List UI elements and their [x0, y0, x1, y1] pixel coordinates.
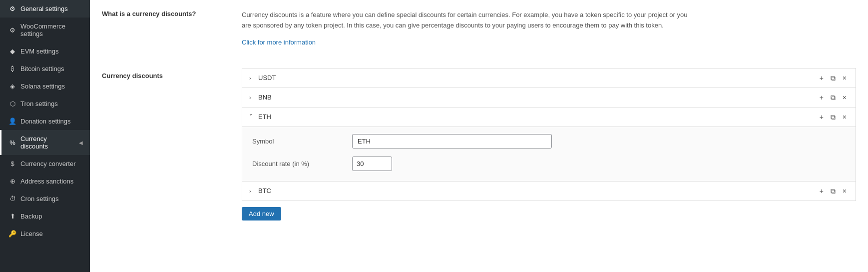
add-row-usdt-button[interactable]: + [818, 74, 826, 82]
chevron-down-icon-eth: ˅ [249, 113, 255, 120]
general-settings-icon: ⚙ [8, 5, 16, 12]
sidebar-item-currency-discounts[interactable]: %Currency discounts◀ [0, 130, 90, 155]
main-content: What is a currency discounts? Currency d… [90, 0, 868, 272]
sidebar-item-tron-settings[interactable]: ⬡Tron settings [0, 95, 90, 112]
address-sanctions-icon: ⊕ [8, 178, 16, 185]
sidebar-item-label-evm-settings: EVM settings [20, 48, 59, 55]
sidebar-item-general-settings[interactable]: ⚙General settings [0, 0, 90, 18]
chevron-right-icon-bnb: › [249, 94, 255, 100]
solana-settings-icon: ◈ [8, 82, 16, 90]
symbol-label: Symbol [252, 138, 352, 145]
sidebar-item-address-sanctions[interactable]: ⊕Address sanctions [0, 172, 90, 190]
chevron-right-icon-btc: › [249, 188, 255, 194]
sidebar-item-label-address-sanctions: Address sanctions [20, 178, 73, 185]
cron-settings-icon: ⏱ [8, 195, 16, 202]
remove-row-bnb-button[interactable]: × [841, 93, 849, 102]
add-row-bnb-button[interactable]: + [818, 93, 826, 102]
currency-discounts-icon: % [8, 139, 16, 146]
evm-settings-icon: ◆ [8, 48, 16, 55]
discount-rate-input[interactable] [352, 156, 392, 171]
copy-row-btc-button[interactable]: ⧉ [829, 186, 838, 196]
sidebar-item-label-cron-settings: Cron settings [20, 195, 59, 202]
sidebar-item-label-bitcoin-settings: Bitcoin settings [20, 65, 64, 72]
sidebar-collapse-icon-currency-discounts: ◀ [79, 140, 83, 146]
accordion-item-usdt: › USDT + ⧉ × [242, 68, 856, 88]
accordion-item-bnb: › BNB + ⧉ × [242, 88, 856, 108]
chevron-right-icon-usdt: › [249, 75, 255, 81]
copy-row-eth-button[interactable]: ⧉ [829, 112, 838, 122]
woocommerce-settings-icon: ⚙ [8, 26, 16, 34]
sidebar-item-woocommerce-settings[interactable]: ⚙WooCommerce settings [0, 18, 90, 42]
sidebar-item-label-currency-discounts: Currency discounts [20, 135, 75, 150]
bitcoin-settings-icon: ₿ [8, 65, 16, 72]
accordion-item-btc: › BTC + ⧉ × [242, 182, 856, 200]
accordion-header-eth[interactable]: ˅ ETH + ⧉ × [242, 108, 856, 126]
accordion-header-bnb[interactable]: › BNB + ⧉ × [242, 88, 856, 107]
description-label: What is a currency discounts? [102, 10, 232, 46]
accordion-title-btc: BTC [258, 187, 818, 194]
sidebar-item-label-solana-settings: Solana settings [20, 82, 65, 90]
discounts-wrapper: ? › USDT + ⧉ × [242, 68, 856, 220]
sidebar-item-label-woocommerce-settings: WooCommerce settings [20, 22, 83, 38]
discounts-container: › USDT + ⧉ × › BNB [242, 68, 856, 201]
sidebar-item-label-backup: Backup [20, 212, 42, 220]
description-text: Currency discounts is a feature where yo… [242, 10, 691, 31]
sidebar-item-cron-settings[interactable]: ⏱Cron settings [0, 190, 90, 208]
sidebar-item-currency-converter[interactable]: $Currency converter [0, 155, 90, 172]
symbol-input[interactable] [352, 134, 552, 148]
tron-settings-icon: ⬡ [8, 100, 16, 108]
donation-settings-icon: 👤 [8, 118, 16, 125]
license-icon: 🔑 [8, 230, 16, 238]
sidebar-item-label-currency-converter: Currency converter [20, 160, 76, 168]
currency-converter-icon: $ [8, 160, 16, 168]
description-body: Currency discounts is a feature where yo… [242, 10, 691, 46]
discount-row: Discount rate (in %) [252, 156, 846, 171]
copy-row-bnb-button[interactable]: ⧉ [829, 93, 838, 102]
sidebar-item-label-general-settings: General settings [20, 5, 68, 12]
accordion-actions-eth: + ⧉ × [818, 112, 849, 122]
backup-icon: ⬆ [8, 212, 16, 220]
sidebar-item-label-donation-settings: Donation settings [20, 118, 70, 125]
accordion-item-eth: ˅ ETH + ⧉ × Symbol [242, 108, 856, 182]
accordion-actions-bnb: + ⧉ × [818, 93, 849, 102]
sidebar-item-label-tron-settings: Tron settings [20, 100, 58, 108]
copy-row-usdt-button[interactable]: ⧉ [829, 74, 838, 82]
sidebar: ⚙General settings⚙WooCommerce settings◆E… [0, 0, 90, 272]
sidebar-item-bitcoin-settings[interactable]: ₿Bitcoin settings [0, 60, 90, 78]
description-link[interactable]: Click for more information [242, 38, 316, 46]
sidebar-item-evm-settings[interactable]: ◆EVM settings [0, 42, 90, 60]
remove-row-btc-button[interactable]: × [841, 186, 849, 196]
add-new-button[interactable]: Add new [242, 207, 281, 220]
symbol-row: Symbol [252, 134, 846, 148]
accordion-actions-usdt: + ⧉ × [818, 74, 849, 82]
accordion-title-eth: ETH [258, 113, 818, 120]
accordion-actions-btc: + ⧉ × [818, 186, 849, 196]
remove-row-usdt-button[interactable]: × [841, 74, 849, 82]
add-row-btc-button[interactable]: + [818, 186, 826, 196]
remove-row-eth-button[interactable]: × [841, 112, 849, 122]
description-section: What is a currency discounts? Currency d… [102, 10, 856, 56]
sidebar-item-label-license: License [20, 230, 43, 238]
sidebar-item-solana-settings[interactable]: ◈Solana settings [0, 78, 90, 95]
currency-discounts-section: Currency discounts ? › USDT + ⧉ × [102, 68, 856, 220]
discount-label: Discount rate (in %) [252, 160, 352, 168]
sidebar-item-donation-settings[interactable]: 👤Donation settings [0, 112, 90, 130]
accordion-header-btc[interactable]: › BTC + ⧉ × [242, 182, 856, 200]
accordion-title-bnb: BNB [258, 94, 818, 101]
sidebar-item-license[interactable]: 🔑License [0, 225, 90, 242]
add-row-eth-button[interactable]: + [818, 112, 826, 122]
section-label: Currency discounts [102, 68, 232, 80]
sidebar-item-backup[interactable]: ⬆Backup [0, 208, 90, 225]
accordion-header-usdt[interactable]: › USDT + ⧉ × [242, 68, 856, 88]
accordion-title-usdt: USDT [258, 74, 818, 82]
accordion-content-eth: Symbol Discount rate (in %) [242, 126, 856, 181]
